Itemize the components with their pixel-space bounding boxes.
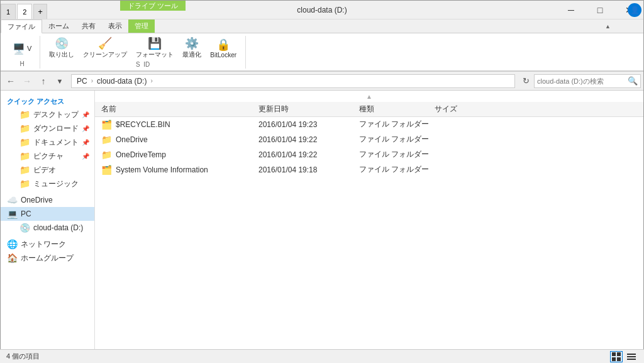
- ribbon-collapse-button[interactable]: ▲: [604, 23, 612, 30]
- path-sep-2: ›: [150, 77, 152, 84]
- ribbon-btn-eject[interactable]: 💿 取り出し: [45, 36, 78, 61]
- restore-button[interactable]: □: [586, 1, 614, 20]
- tab-add[interactable]: +: [33, 4, 47, 19]
- ribbon-group-h-label: H: [20, 60, 25, 67]
- col-header-name[interactable]: 名前: [101, 104, 258, 114]
- path-pc[interactable]: PC: [75, 77, 89, 86]
- col-header-date[interactable]: 更新日時: [258, 104, 359, 114]
- ribbon-btn-bitlocker[interactable]: 🔒 BitLocker: [206, 37, 240, 60]
- sidebar-item-network[interactable]: 🌐 ネットワーク: [1, 237, 94, 251]
- file-list-header: 名前 更新日時 種類 サイズ: [95, 102, 643, 117]
- table-row[interactable]: 🗂️ $RECYCLE.BIN 2016/01/04 19:23 ファイル フォ…: [95, 117, 643, 132]
- sidebar-item-clouddata[interactable]: 💿 cloud-data (D:): [1, 221, 94, 235]
- network-icon: 🌐: [7, 239, 18, 249]
- refresh-button[interactable]: ↻: [519, 74, 533, 88]
- search-input[interactable]: [537, 77, 628, 85]
- ribbon-tab-file[interactable]: ファイル: [1, 20, 42, 33]
- svg-rect-4: [627, 354, 636, 355]
- sidebar-item-pc[interactable]: 💻 PC: [1, 207, 94, 221]
- ribbon: ファイル ホーム 共有 表示 管理 ▲ 🖥️ V H: [1, 20, 643, 72]
- tab-1[interactable]: 1: [1, 4, 16, 19]
- sidebar-item-homegroup[interactable]: 🏠 ホームグループ: [1, 251, 94, 265]
- user-avatar[interactable]: 👤: [628, 3, 641, 17]
- sidebar-item-music[interactable]: 📁 ミュージック: [1, 177, 94, 191]
- folder-icon: 📁: [19, 109, 30, 120]
- minimize-button[interactable]: ─: [557, 1, 586, 20]
- search-box: 🔍: [534, 74, 641, 88]
- tab-2[interactable]: 2: [17, 4, 32, 19]
- h-icon: 🖥️: [13, 43, 25, 55]
- search-icon[interactable]: 🔍: [628, 76, 638, 86]
- folder-icon: 📁: [19, 151, 30, 161]
- forward-button[interactable]: →: [19, 74, 35, 89]
- title-tabs: 1 2 +: [1, 1, 48, 19]
- svg-rect-5: [627, 356, 636, 357]
- ribbon-btn-format[interactable]: 💾 フォーマット: [132, 36, 177, 61]
- drive-tools-badge: ドライブ ツール: [120, 1, 186, 11]
- table-row[interactable]: 📁 OneDriveTemp 2016/01/04 19:22 ファイル フォル…: [95, 147, 643, 162]
- ribbon-group-h-buttons: 🖥️ V: [9, 37, 35, 60]
- optimize-icon: ⚙️: [185, 38, 199, 49]
- pin-icon: 📌: [82, 153, 89, 160]
- view-controls: [610, 351, 638, 362]
- ribbon-tab-manage[interactable]: 管理: [128, 20, 155, 33]
- sidebar-quick-access[interactable]: クイック アクセス: [1, 93, 94, 108]
- file-type: ファイル フォルダー: [359, 134, 435, 145]
- ribbon-tabs: ファイル ホーム 共有 表示 管理 ▲: [1, 20, 643, 33]
- ribbon-tab-home[interactable]: ホーム: [42, 20, 75, 33]
- sort-arrow: ▲: [366, 93, 372, 100]
- file-icon: 📁: [101, 135, 112, 145]
- sidebar-item-documents[interactable]: 📁 ドキュメント 📌: [1, 135, 94, 149]
- svg-rect-3: [617, 357, 621, 361]
- tab-2-label: 2: [23, 8, 26, 16]
- file-name: $RECYCLE.BIN: [116, 120, 258, 129]
- sidebar-item-pictures[interactable]: 📁 ピクチャ 📌: [1, 149, 94, 163]
- sidebar: クイック アクセス 📁 デスクトップ 📌 📁 ダウンロード 📌 📁 ドキュメント…: [1, 91, 95, 350]
- pc-icon: 💻: [7, 209, 18, 219]
- sidebar-item-downloads[interactable]: 📁 ダウンロード 📌: [1, 121, 94, 135]
- folder-icon: 📁: [19, 123, 30, 133]
- file-icon: 🗂️: [101, 165, 112, 175]
- address-path[interactable]: PC › cloud-data (D:) ›: [71, 74, 515, 88]
- pin-icon: 📌: [82, 125, 89, 132]
- sidebar-item-onedrive[interactable]: ☁️ OneDrive: [1, 193, 94, 207]
- ribbon-btn-optimize[interactable]: ⚙️ 最適化: [179, 36, 205, 61]
- item-count: 4 個の項目: [6, 352, 40, 361]
- folder-icon: 📁: [19, 179, 30, 189]
- ribbon-manage-buttons: 💿 取り出し 🧹 クリーンアップ 💾 フォーマット ⚙️ 最適化 🔒: [45, 36, 240, 61]
- file-date: 2016/01/04 19:18: [258, 165, 359, 174]
- svg-rect-1: [617, 352, 621, 356]
- title-bar: 1 2 + ドライブ ツール cloud-data (D:) ─ □ ✕ 👤: [1, 1, 643, 20]
- svg-rect-0: [612, 352, 616, 356]
- pin-icon: 📌: [82, 111, 89, 118]
- ribbon-btn-cleanup[interactable]: 🧹 クリーンアップ: [79, 36, 131, 61]
- ribbon-group-h: 🖥️ V H: [4, 36, 40, 69]
- ribbon-tab-view[interactable]: 表示: [102, 20, 128, 33]
- ribbon-tab-share[interactable]: 共有: [75, 20, 102, 33]
- table-row[interactable]: 🗂️ System Volume Information 2016/01/04 …: [95, 162, 643, 177]
- col-header-type[interactable]: 種類: [359, 104, 435, 114]
- col-header-size[interactable]: サイズ: [435, 104, 497, 114]
- file-type: ファイル フォルダー: [359, 149, 435, 160]
- main-area: クイック アクセス 📁 デスクトップ 📌 📁 ダウンロード 📌 📁 ドキュメント…: [1, 91, 643, 350]
- file-date: 2016/01/04 19:22: [258, 135, 359, 144]
- sidebar-item-desktop[interactable]: 📁 デスクトップ 📌: [1, 108, 94, 121]
- path-sep-1: ›: [91, 77, 93, 84]
- ribbon-content: 🖥️ V H 💿 取り出し 🧹 クリーンアップ 💾 フォーマット: [1, 33, 643, 71]
- list-view-button[interactable]: [625, 351, 638, 362]
- tab-1-label: 1: [6, 8, 10, 16]
- file-rows: 🗂️ $RECYCLE.BIN 2016/01/04 19:23 ファイル フォ…: [95, 117, 643, 177]
- file-name: System Volume Information: [116, 165, 258, 174]
- table-row[interactable]: 📁 OneDrive 2016/01/04 19:22 ファイル フォルダー: [95, 132, 643, 147]
- grid-view-button[interactable]: [610, 351, 623, 362]
- ribbon-btn-h[interactable]: 🖥️ V: [9, 42, 35, 56]
- sidebar-item-videos[interactable]: 📁 ビデオ: [1, 163, 94, 177]
- bitlocker-icon: 🔒: [216, 39, 230, 50]
- back-button[interactable]: ←: [3, 74, 18, 89]
- homegroup-icon: 🏠: [7, 253, 18, 263]
- up-button[interactable]: ↑: [36, 74, 51, 89]
- svg-rect-2: [612, 357, 616, 361]
- recent-button[interactable]: ▼: [52, 74, 67, 89]
- path-cloud[interactable]: cloud-data (D:): [96, 77, 148, 86]
- drive-icon: 💿: [19, 223, 30, 233]
